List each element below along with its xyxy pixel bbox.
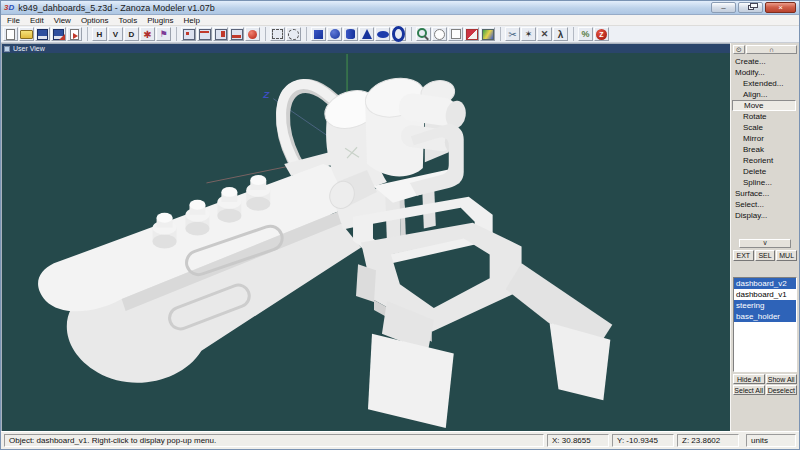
- primitive-cube-icon[interactable]: [311, 27, 326, 41]
- vertices-mode-icon[interactable]: [181, 27, 196, 41]
- panel-item-reorient[interactable]: Reorient: [732, 155, 798, 166]
- primitive-cone-icon[interactable]: [359, 27, 374, 41]
- status-z: Z: 23.8602: [677, 434, 739, 447]
- panel-item-surface[interactable]: Surface...: [732, 188, 798, 199]
- object-item-dashboard-v2[interactable]: dashboard_v2: [734, 278, 796, 289]
- panel-item-mirror[interactable]: Mirror: [732, 133, 798, 144]
- menubar: FileEditViewOptionsToolsPluginsHelp: [1, 15, 799, 26]
- save-file-icon[interactable]: [35, 27, 50, 41]
- object-item-base-holder[interactable]: base_holder: [734, 311, 796, 322]
- viewport-label: User View: [13, 44, 45, 53]
- status-y: Y: -10.9345: [612, 434, 674, 447]
- save-as-icon[interactable]: [51, 27, 66, 41]
- object-item-dashboard-v1[interactable]: dashboard_v1: [734, 289, 796, 300]
- panel-item-create[interactable]: Create...: [732, 56, 798, 67]
- v-view-button[interactable]: V: [108, 27, 123, 41]
- panel-item-break[interactable]: Break: [732, 144, 798, 155]
- scene-canvas[interactable]: Z: [2, 53, 730, 431]
- statusbar: Object: dashboard_v1. Right-click to dis…: [1, 431, 799, 449]
- zoom-icon[interactable]: [416, 27, 431, 41]
- panel-item-extended[interactable]: Extended...: [732, 78, 798, 89]
- mode-buttons: EXTSELMUL: [733, 250, 797, 261]
- texture-icon[interactable]: [464, 27, 479, 41]
- person-icon[interactable]: [553, 27, 568, 41]
- close-button[interactable]: ×: [765, 2, 796, 13]
- hide-all-button[interactable]: Hide All: [733, 374, 765, 384]
- panel-item-spline[interactable]: Spline...: [732, 177, 798, 188]
- star-tool-icon[interactable]: [521, 27, 536, 41]
- status-message: Object: dashboard_v1. Right-click to dis…: [4, 434, 544, 447]
- select-circle-icon[interactable]: [286, 27, 301, 41]
- panel-collapse-button[interactable]: ∨: [739, 239, 791, 248]
- primitive-ellipsoid-icon[interactable]: [375, 27, 390, 41]
- app-logo-icon: 3D: [4, 3, 14, 12]
- menu-view[interactable]: View: [49, 16, 76, 25]
- h-view-button[interactable]: H: [92, 27, 107, 41]
- panel-item-delete[interactable]: Delete: [732, 166, 798, 177]
- panel-item-rotate[interactable]: Rotate: [732, 111, 798, 122]
- d-view-button[interactable]: D: [124, 27, 139, 41]
- base-holder[interactable]: [333, 178, 612, 428]
- gauge-cluster[interactable]: [320, 73, 468, 212]
- menu-plugins[interactable]: Plugins: [142, 16, 178, 25]
- minimize-button[interactable]: –: [711, 2, 736, 13]
- app-window: 3D k949_dahboards_5.z3d - Zanoza Modeler…: [0, 0, 800, 450]
- viewport-header: User View: [2, 44, 730, 53]
- menu-file[interactable]: File: [2, 16, 25, 25]
- object-list-buttons: Hide AllShow AllSelect AllDeselect: [733, 374, 797, 395]
- status-x: X: 30.8655: [547, 434, 609, 447]
- open-file-icon[interactable]: [19, 27, 34, 41]
- objects-mode-icon[interactable]: [229, 27, 244, 41]
- material-badge-icon[interactable]: [578, 27, 593, 41]
- panel-menu: Create...Modify...Extended...Align...Mov…: [732, 56, 798, 221]
- deselect-button[interactable]: Deselect: [766, 385, 798, 395]
- panel-item-modify[interactable]: Modify...: [732, 67, 798, 78]
- axis-z-label: Z: [262, 89, 270, 100]
- panel-item-align[interactable]: Align...: [732, 89, 798, 100]
- panel-item-move[interactable]: Move: [732, 100, 796, 111]
- edges-mode-icon[interactable]: [197, 27, 212, 41]
- flag-icon[interactable]: [156, 27, 171, 41]
- dashboard-arm[interactable]: [38, 164, 371, 383]
- restore-button[interactable]: [738, 2, 763, 13]
- panel-item-select[interactable]: Select...: [732, 199, 798, 210]
- wire-sphere-icon[interactable]: [432, 27, 447, 41]
- render-sphere-icon[interactable]: [245, 27, 260, 41]
- window-title: k949_dahboards_5.z3d - Zanoza Modeler v1…: [18, 3, 215, 13]
- primitive-sphere-icon[interactable]: [327, 27, 342, 41]
- sel-button[interactable]: SEL: [755, 250, 776, 261]
- right-panel: ⊙ ∩ Create...Modify...Extended...Align..…: [730, 43, 799, 431]
- show-all-button[interactable]: Show All: [766, 374, 798, 384]
- object-list[interactable]: dashboard_v2dashboard_v1steeringbase_hol…: [733, 277, 797, 372]
- render-view-icon[interactable]: [480, 27, 495, 41]
- faces-mode-icon[interactable]: [213, 27, 228, 41]
- status-units: units: [746, 434, 796, 447]
- menu-help[interactable]: Help: [178, 16, 204, 25]
- rollup-settings-button[interactable]: ⊙: [733, 45, 745, 54]
- viewport-icon: [4, 46, 10, 52]
- zanoza-logo-icon[interactable]: Z: [594, 27, 609, 41]
- select-rectangle-icon[interactable]: [270, 27, 285, 41]
- panel-item-display[interactable]: Display...: [732, 210, 798, 221]
- wire-cube-icon[interactable]: [448, 27, 463, 41]
- menu-edit[interactable]: Edit: [25, 16, 49, 25]
- new-file-icon[interactable]: [3, 27, 18, 41]
- select-all-button[interactable]: Select All: [733, 385, 765, 395]
- object-item-steering[interactable]: steering: [734, 300, 796, 311]
- titlebar: 3D k949_dahboards_5.z3d - Zanoza Modeler…: [1, 1, 799, 15]
- export-icon[interactable]: [67, 27, 82, 41]
- toolbar: HVDZ: [1, 26, 799, 43]
- scissors-icon[interactable]: [505, 27, 520, 41]
- ext-button[interactable]: EXT: [733, 250, 754, 261]
- restore-icon: [748, 5, 754, 10]
- mul-button[interactable]: MUL: [776, 250, 797, 261]
- menu-tools[interactable]: Tools: [113, 16, 142, 25]
- primitive-torus-icon[interactable]: [391, 27, 406, 41]
- panel-item-scale[interactable]: Scale: [732, 122, 798, 133]
- viewport-3d[interactable]: User View Z: [1, 43, 730, 431]
- rollup-arch-button[interactable]: ∩: [746, 45, 797, 54]
- delete-star-icon[interactable]: [140, 27, 155, 41]
- menu-options[interactable]: Options: [76, 16, 114, 25]
- attach-icon[interactable]: [537, 27, 552, 41]
- primitive-cylinder-icon[interactable]: [343, 27, 358, 41]
